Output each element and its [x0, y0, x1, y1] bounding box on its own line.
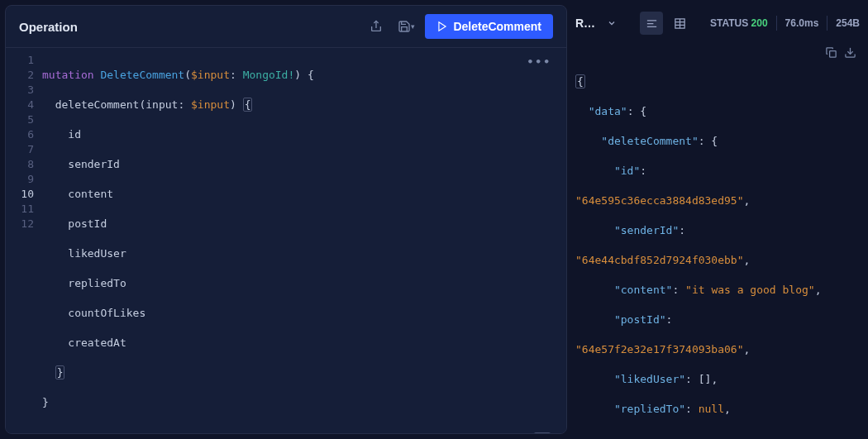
response-body[interactable]: { "data": { "deleteComment": { "id": "64… [575, 41, 860, 434]
json-view-icon[interactable] [640, 12, 663, 35]
svg-rect-1 [534, 433, 550, 434]
status-group: STATUS 200 76.0ms 254B [710, 16, 860, 31]
operation-panel: Operation ▾ DeleteComment 1 2 3 4 5 6 7 … [5, 5, 567, 434]
line-gutter: 1 2 3 4 5 6 7 8 9 10 11 12 [6, 53, 42, 434]
response-size: 254B [836, 17, 860, 29]
keyboard-icon[interactable] [481, 418, 551, 434]
status-code: 200 [751, 17, 768, 29]
operation-code[interactable]: mutation DeleteComment($input: MongoId!)… [42, 53, 566, 434]
save-dropdown-icon[interactable]: ▾ [411, 22, 418, 31]
download-icon[interactable] [844, 46, 856, 63]
copy-icon[interactable] [825, 46, 837, 63]
response-header: R… STATUS 200 76.0ms 254B [575, 5, 860, 41]
response-time: 76.0ms [785, 17, 819, 29]
share-icon[interactable] [365, 15, 388, 38]
status-label: STATUS [710, 17, 748, 29]
run-label: DeleteComment [453, 20, 541, 33]
more-icon[interactable]: ••• [527, 55, 551, 69]
response-panel: R… STATUS 200 76.0ms 254B { "data": { "d… [572, 0, 868, 439]
svg-rect-3 [830, 51, 837, 58]
table-view-icon[interactable] [668, 12, 691, 35]
operation-header: Operation ▾ DeleteComment [6, 6, 566, 48]
run-button[interactable]: DeleteComment [425, 14, 553, 39]
operation-editor[interactable]: 1 2 3 4 5 6 7 8 9 10 11 12 mutation Dele… [6, 48, 566, 434]
response-dropdown-icon[interactable] [600, 12, 623, 35]
operation-title: Operation [19, 20, 360, 34]
response-title: R… [575, 17, 595, 30]
svg-marker-0 [439, 22, 446, 31]
